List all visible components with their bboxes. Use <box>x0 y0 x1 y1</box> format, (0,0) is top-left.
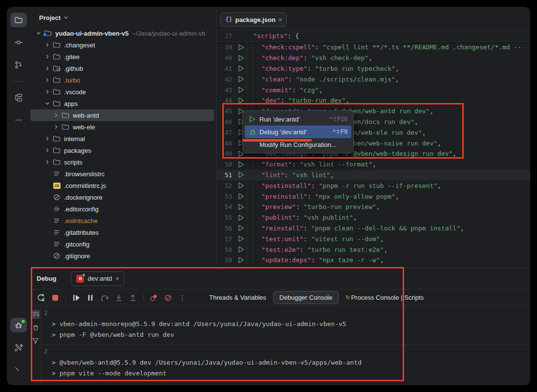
clear-icon[interactable] <box>31 323 40 332</box>
mute-breakpoints-icon[interactable] <box>163 293 173 303</box>
code-line-58[interactable]: 58"test:e2e": "turbo run test:e2e", <box>216 244 530 255</box>
close-icon[interactable]: × <box>279 17 282 23</box>
code-line-57[interactable]: 57"test:unit": "vitest run --dom", <box>216 233 530 244</box>
run-gutter-icon[interactable] <box>235 161 247 168</box>
debug-icon[interactable] <box>10 318 27 332</box>
resume-icon[interactable] <box>71 293 81 303</box>
tree-item-gitee[interactable]: .gitee <box>30 51 216 62</box>
chevron-right-icon[interactable] <box>43 160 52 165</box>
run-gutter-icon[interactable] <box>235 171 247 178</box>
code-line-59[interactable]: 59"update:deps": "npx taze -r -w", <box>216 255 530 266</box>
code-line-39[interactable]: 39"check:cspell": "cspell lint **/*.ts *… <box>216 42 530 53</box>
menu-item-debug-dev-antd[interactable]: Debug 'dev:antd'^⇧F9 <box>245 125 351 138</box>
rerun-debug-icon[interactable] <box>36 293 46 303</box>
commit-icon[interactable] <box>10 35 27 50</box>
debug-tab-process-console-scripts[interactable]: ↻Process Console | Scripts <box>345 294 424 301</box>
more-vertical-icon[interactable]: ⋮ <box>177 293 187 303</box>
run-gutter-icon[interactable] <box>235 214 247 221</box>
chevron-right-icon[interactable] <box>52 113 61 118</box>
code-line-41[interactable]: 41"check:type": "turbo run typecheck", <box>216 63 530 74</box>
chevron-right-icon[interactable] <box>43 42 52 47</box>
pull-requests-icon[interactable] <box>10 58 27 72</box>
chevron-right-icon[interactable] <box>43 136 52 141</box>
run-gutter-icon[interactable] <box>235 182 247 189</box>
run-gutter-icon[interactable] <box>235 225 247 231</box>
tree-item-yudao-ui-admin-vben-v5[interactable]: yudao-ui-admin-vben-v5~/Java/yudao-ui-ad… <box>30 27 216 39</box>
tree-item-browserslistrc[interactable]: .browserslistrc <box>30 168 216 180</box>
tree-item-packages[interactable]: packages <box>30 144 216 156</box>
tree-item-gitignore[interactable]: .gitignore <box>30 250 216 262</box>
run-gutter-icon[interactable] <box>235 204 247 210</box>
step-out-icon[interactable] <box>128 293 138 303</box>
run-gutter-icon[interactable] <box>235 257 247 264</box>
code-line-53[interactable]: 53"preinstall": "npx only-allow pnpm", <box>216 191 530 202</box>
run-gutter-icon[interactable] <box>235 97 247 104</box>
code-line-44[interactable]: 44"dev": "turbo-run dev", <box>216 95 530 106</box>
view-breakpoints-icon[interactable] <box>149 293 159 303</box>
project-panel-header[interactable]: Project <box>30 7 216 23</box>
debug-tab-debugger-console[interactable]: Debugger Console <box>273 291 339 304</box>
tree-item-vscode[interactable]: .vscode <box>30 86 216 98</box>
tree-item-apps[interactable]: apps <box>30 98 216 109</box>
console-fold-marker[interactable]: 2 <box>44 347 52 379</box>
step-into-icon[interactable] <box>114 293 124 303</box>
filter-icon[interactable] <box>31 336 40 345</box>
tree-item-changeset[interactable]: .changeset <box>30 39 216 51</box>
menu-item-modify-run-configuration[interactable]: Modify Run Configuration... <box>245 138 351 151</box>
run-gutter-icon[interactable] <box>235 246 247 253</box>
structure-icon[interactable] <box>10 90 27 105</box>
code-line-52[interactable]: 52"postinstall": "pnpm -r run stub --if-… <box>216 180 530 191</box>
editor-tab-package-json[interactable]: {} package.json × <box>220 12 287 27</box>
chevron-right-icon[interactable] <box>43 78 52 83</box>
pause-icon[interactable] <box>86 293 95 303</box>
tools-icon[interactable] <box>10 340 27 355</box>
tree-item-dockerignore[interactable]: .dockerignore <box>30 191 216 203</box>
soft-wrap-icon[interactable] <box>31 310 40 319</box>
chevron-right-icon[interactable] <box>43 66 52 71</box>
console-fold-marker[interactable]: 2 <box>44 308 52 340</box>
code-line-51[interactable]: 51"lint": "vsh lint", <box>216 170 530 181</box>
stop-icon[interactable] <box>50 293 60 303</box>
debug-view-tabs: Threads & VariablesDebugger Console↻Proc… <box>209 291 424 304</box>
chevron-down-icon[interactable] <box>34 31 43 36</box>
tree-item-scripts[interactable]: scripts <box>30 156 216 168</box>
tree-item-turbo[interactable]: .turbo <box>30 74 216 86</box>
tree-item-github[interactable]: .github <box>30 62 216 74</box>
chevron-right-icon[interactable] <box>43 148 52 153</box>
tree-item-internal[interactable]: internal <box>30 133 216 144</box>
tree-item-eslintcache[interactable]: .eslintcache <box>30 215 216 227</box>
tree-item-web-ele[interactable]: web-ele <box>30 121 216 133</box>
code-line-55[interactable]: 55"publint": "vsh publint", <box>216 212 530 223</box>
tree-item-gitconfig[interactable]: .gitconfig <box>30 238 216 250</box>
run-gutter-icon[interactable] <box>235 44 247 51</box>
tree-item-editorconfig[interactable]: .editorconfig <box>30 203 216 215</box>
tree-item-web-antd[interactable]: web-antd <box>30 109 216 121</box>
terminal-icon[interactable] <box>10 363 27 377</box>
more-icon[interactable] <box>10 113 27 127</box>
chevron-right-icon[interactable] <box>43 89 52 94</box>
code-line-56[interactable]: 56"reinstall": "pnpm clean --del-lock &&… <box>216 223 530 234</box>
code-line-43[interactable]: 43"commit": "czg", <box>216 84 530 95</box>
debug-tab-threads-variables[interactable]: Threads & Variables <box>209 294 266 301</box>
chevron-right-icon[interactable] <box>43 54 52 59</box>
run-gutter-icon[interactable] <box>235 193 247 200</box>
menu-item-run-dev-antd[interactable]: Run 'dev:antd'^⇧F10 <box>245 113 351 125</box>
code-line-54[interactable]: 54"preview": "turbo-run preview", <box>216 202 530 212</box>
code-line-42[interactable]: 42"clean": "node ./scripts/clean.mjs", <box>216 74 530 84</box>
tree-item-commitlintrc-js[interactable]: JS.commitlintrc.js <box>30 180 216 191</box>
step-over-icon[interactable] <box>100 293 109 303</box>
project-folder-icon[interactable] <box>10 13 27 27</box>
console-output[interactable]: 2 > vben-admin-monorepo@5.5.9 dev:antd /… <box>41 306 530 385</box>
debug-session-tab[interactable]: n dev:antd × <box>71 271 124 286</box>
close-icon[interactable]: × <box>115 275 119 282</box>
code-line-40[interactable]: 40"check:dep": "vsh check-dep", <box>216 53 530 63</box>
chevron-down-icon[interactable] <box>43 101 52 106</box>
run-gutter-icon[interactable] <box>235 76 247 83</box>
run-gutter-icon[interactable] <box>235 65 247 72</box>
chevron-right-icon[interactable] <box>52 124 61 129</box>
code-line-50[interactable]: 50"format": "vsh lint --format", <box>216 159 530 170</box>
tree-item-gitattributes[interactable]: .gitattributes <box>30 227 216 238</box>
run-gutter-icon[interactable] <box>235 86 247 93</box>
run-gutter-icon[interactable] <box>235 55 247 62</box>
run-gutter-icon[interactable] <box>235 235 247 242</box>
